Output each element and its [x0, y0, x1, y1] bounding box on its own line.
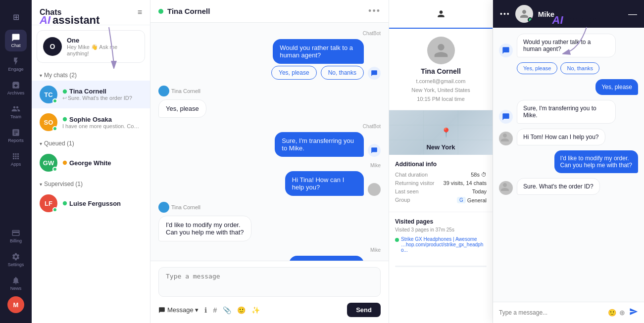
agent-msg-bubble1: Hi Tina! How can I help you? [285, 171, 364, 196]
cb-msg-row-agent2: Sure. What's the order ID? [499, 178, 638, 195]
svg-point-3 [63, 201, 67, 205]
msg-source-agent1: Mike [370, 163, 381, 168]
chats-header: Chats ≡ [32, 0, 150, 25]
user-msg-modify: I'd like to modify my order.Can you help… [158, 216, 251, 241]
cb-agent-bubble1: Hi Tom! How can I help you? [517, 129, 605, 145]
additional-info-section: Additional info Chat duration 58s ⏱ Retu… [389, 155, 493, 212]
message-type-selector[interactable]: Message ▾ [158, 306, 198, 314]
message-input[interactable] [158, 267, 381, 297]
special-chat-name: One [67, 37, 139, 44]
sidebar-item-home[interactable]: ⊞ [5, 6, 27, 28]
chat-item-sophie[interactable]: SO Sophie Osaka I have one more question… [32, 108, 150, 136]
one-avatar: O [43, 37, 62, 56]
cb-msg-row-bot1: Would you rather talk to a human agent? [499, 34, 638, 57]
user-avatar[interactable]: M [7, 296, 24, 313]
chatbot-input-field[interactable] [499, 309, 604, 316]
chatbot-agent-avatar [515, 5, 533, 23]
messages-area: ChatBot Would you rather talk to a human… [150, 23, 389, 261]
cb-options1: Yes, please No, thanks [499, 62, 638, 74]
send-button[interactable]: Send [347, 303, 381, 317]
george-status-dot [52, 167, 57, 172]
svg-point-1 [63, 117, 67, 121]
my-chats-section[interactable]: My chats (2) [32, 68, 150, 81]
group-val: G General [457, 197, 487, 203]
sophie-last-msg: I have one more question. Could... [62, 123, 142, 129]
attachment-icon[interactable]: 📎 [223, 306, 231, 314]
tina-name: Tina Cornell [62, 88, 142, 95]
sidebar-label-team: Team [10, 114, 21, 119]
agent-avatar-msg1 [368, 183, 381, 196]
george-info: George White [62, 159, 142, 167]
supervised-section[interactable]: Supervised (1) [32, 177, 150, 189]
sidebar-item-news[interactable]: News [5, 273, 27, 294]
page-info: Strike GX Headphones | Awesome …hop.com/… [401, 236, 487, 253]
cb-msg-row-agent1: Hi Tom! How can I help you? [499, 129, 638, 145]
chatbot-avatar-msg2 [368, 144, 381, 157]
msg-row-bot1: ChatBot Would you rather talk to a human… [158, 31, 381, 80]
option-no-thanks[interactable]: No, thanks [321, 66, 364, 80]
info-row-group: Group G General [395, 197, 487, 203]
chats-panel: Chats ≡ O One Hey Mike 👋 Ask me anything… [32, 0, 150, 323]
bot-msg-options1: Yes, please No, thanks [271, 66, 364, 80]
tina-msg-avatar2 [158, 202, 169, 213]
chatbot-minimize-button[interactable]: — [628, 9, 637, 19]
cb-emoji-icon[interactable]: 🙂 [608, 309, 616, 317]
sidebar-item-chat[interactable]: Chat [5, 30, 27, 51]
page-url[interactable]: …hop.com/product/strike_gx_headpho... [401, 242, 487, 253]
visited-pages-section: Visited pages Visited 3 pages in 37m 25s… [389, 212, 493, 273]
sidebar-label-chat: Chat [11, 43, 20, 48]
chatbot-agent-name: Mike [538, 10, 623, 18]
chat-item-george[interactable]: GW George White [32, 149, 150, 177]
chat-item-luise[interactable]: LF Luise Fergusson [32, 189, 150, 217]
sidebar-item-archives[interactable]: Archives [5, 77, 27, 99]
page-title[interactable]: Strike GX Headphones | Awesome [401, 236, 487, 242]
visitor-profile-section: Tina Cornell t.cornell@gmail.com New Yor… [389, 29, 493, 110]
chat-item-tina[interactable]: TC Tina Cornell ↩Sure. What's the order … [32, 81, 150, 108]
sidebar-item-apps[interactable]: Apps [5, 148, 27, 170]
sophie-status-dot [52, 126, 57, 131]
map-city-label: New York [426, 143, 455, 151]
cb-agent-bubble2: Sure. What's the order ID? [517, 178, 600, 195]
sidebar-item-billing[interactable]: Billing [5, 225, 27, 247]
cb-msg-row-user1: Yes, please [499, 79, 638, 95]
sender-name-tina2: Tina Cornell [158, 202, 200, 213]
chatbot-header-dots[interactable]: ••• [500, 10, 510, 18]
special-chat-item[interactable]: O One Hey Mike 👋 Ask me anything! [37, 30, 145, 63]
tina-avatar: TC [40, 86, 57, 103]
cb-send-button[interactable] [629, 307, 638, 318]
msg-row-user2: Tina Cornell I'd like to modify my order… [158, 202, 381, 241]
sidebar-item-engage[interactable]: Engage [5, 53, 27, 75]
svg-point-2 [63, 161, 67, 165]
cb-option-no[interactable]: No, thanks [560, 62, 599, 74]
cb-msg-row-user2: I'd like to modify my order.Can you help… [499, 150, 638, 173]
msg-source-bot1: ChatBot [363, 31, 381, 36]
cb-option-yes[interactable]: Yes, please [517, 62, 557, 74]
sidebar-item-reports[interactable]: Reports [5, 125, 27, 146]
duration-key: Chat duration [395, 172, 428, 178]
hashtag-icon[interactable]: # [213, 306, 217, 314]
visitor-name: Tina Cornell [421, 67, 461, 75]
svg-point-0 [63, 89, 67, 93]
chat-options-button[interactable]: ••• [368, 6, 381, 16]
info-icon[interactable]: ℹ [204, 306, 207, 314]
cb-agent-avatar2 [499, 181, 513, 195]
chats-title: Chats [40, 8, 61, 17]
visitor-location: New York, United States [411, 87, 470, 93]
cb-add-icon[interactable]: ⊕ [619, 309, 625, 317]
sidebar-label-engage: Engage [8, 67, 23, 72]
filter-icon[interactable]: ≡ [138, 8, 142, 17]
sophie-info: Sophie Osaka I have one more question. C… [62, 116, 142, 129]
queued-section[interactable]: Queued (1) [32, 136, 150, 149]
tina-status-dot [52, 98, 57, 103]
sidebar-label-apps: Apps [11, 162, 21, 167]
sidebar-label-reports: Reports [8, 138, 24, 143]
emoji-icon[interactable]: 🙂 [237, 306, 246, 314]
chat-contact-info: Tina Cornell [158, 7, 210, 15]
magic-icon[interactable]: ✨ [251, 306, 260, 314]
sidebar-item-settings[interactable]: Settings [5, 249, 27, 271]
special-chat-info: One Hey Mike 👋 Ask me anything! [67, 37, 139, 56]
option-yes-please[interactable]: Yes, please [271, 66, 317, 80]
visitor-profile-icon[interactable] [433, 6, 449, 22]
visitor-local-time: 10:15 PM local time [417, 96, 465, 102]
sidebar-item-team[interactable]: Team [5, 101, 27, 123]
